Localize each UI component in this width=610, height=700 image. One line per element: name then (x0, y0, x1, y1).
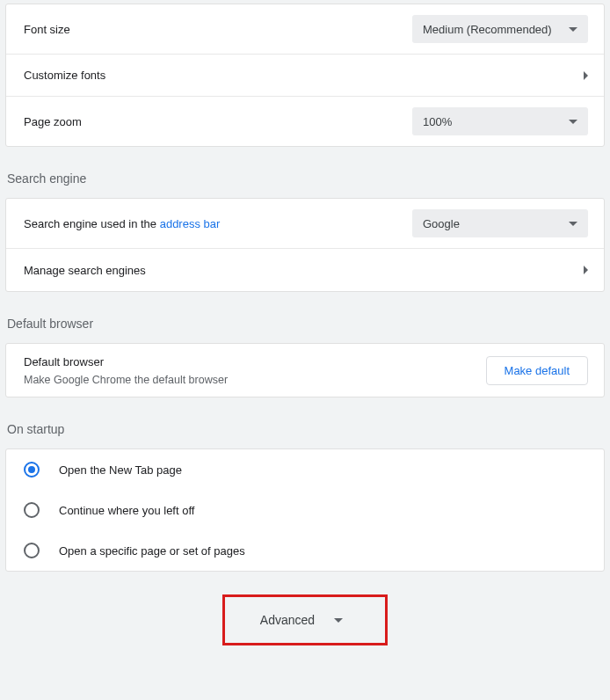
font-size-value: Medium (Recommended) (423, 23, 552, 36)
chevron-down-icon (569, 27, 577, 32)
search-engine-select[interactable]: Google (412, 209, 588, 237)
search-engine-value: Google (423, 217, 460, 230)
advanced-label: Advanced (260, 613, 315, 627)
on-startup-section-title: On startup (7, 422, 603, 436)
chevron-right-icon (584, 71, 588, 80)
customize-fonts-row[interactable]: Customize fonts (6, 55, 604, 97)
startup-option-label: Open a specific page or set of pages (59, 544, 245, 558)
startup-panel: Open the New Tab page Continue where you… (5, 448, 605, 572)
page-zoom-select[interactable]: 100% (412, 107, 588, 135)
default-browser-row: Default browser Make Google Chrome the d… (6, 344, 604, 397)
default-browser-panel: Default browser Make Google Chrome the d… (5, 343, 605, 397)
startup-option-continue[interactable]: Continue where you left off (6, 490, 604, 530)
appearance-panel: Font size Medium (Recommended) Customize… (5, 4, 605, 147)
page-zoom-label: Page zoom (24, 115, 82, 128)
default-browser-text: Default browser Make Google Chrome the d… (24, 355, 228, 386)
default-browser-section-title: Default browser (7, 317, 603, 331)
startup-option-new-tab[interactable]: Open the New Tab page (6, 449, 604, 490)
customize-fonts-label: Customize fonts (24, 69, 105, 82)
advanced-container: Advanced (0, 594, 610, 645)
radio-unselected-icon[interactable] (24, 543, 40, 558)
chevron-down-icon (569, 120, 577, 124)
search-engine-panel: Search engine used in the address bar Go… (5, 198, 605, 292)
startup-option-specific-page[interactable]: Open a specific page or set of pages (6, 530, 604, 571)
search-engine-label-prefix: Search engine used in the (24, 217, 160, 230)
radio-selected-icon[interactable] (24, 462, 40, 478)
search-engine-row: Search engine used in the address bar Go… (6, 199, 604, 249)
make-default-button[interactable]: Make default (486, 356, 588, 385)
manage-search-engines-label: Manage search engines (24, 264, 146, 277)
chevron-down-icon (569, 222, 577, 226)
advanced-button[interactable]: Advanced (222, 594, 388, 645)
manage-search-engines-row[interactable]: Manage search engines (6, 249, 604, 291)
default-browser-title: Default browser (24, 355, 228, 368)
font-size-row: Font size Medium (Recommended) (6, 4, 604, 55)
page-zoom-row: Page zoom 100% (6, 97, 604, 146)
startup-option-label: Continue where you left off (59, 504, 194, 517)
font-size-label: Font size (24, 23, 70, 36)
address-bar-link[interactable]: address bar (160, 217, 221, 230)
default-browser-subtitle: Make Google Chrome the default browser (24, 374, 228, 386)
chevron-down-icon (334, 618, 343, 623)
search-engine-label: Search engine used in the address bar (24, 217, 220, 230)
font-size-select[interactable]: Medium (Recommended) (412, 15, 588, 43)
radio-unselected-icon[interactable] (24, 502, 40, 518)
startup-option-label: Open the New Tab page (59, 463, 182, 477)
page-zoom-value: 100% (423, 115, 452, 128)
search-engine-section-title: Search engine (7, 171, 603, 186)
chevron-right-icon (584, 266, 588, 274)
